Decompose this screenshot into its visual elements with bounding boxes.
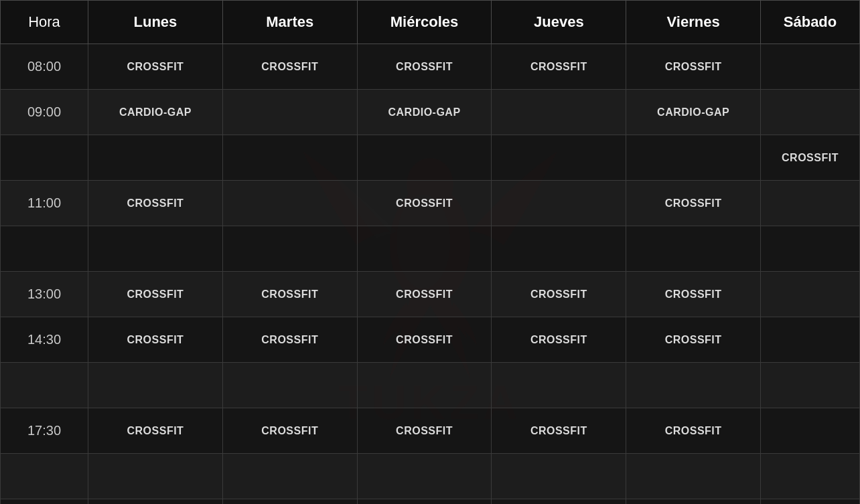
class-cell: CROSSFIT [626, 408, 761, 454]
table-row: CROSSFIT [1, 135, 860, 181]
class-cell: CROSSFIT [222, 272, 357, 317]
time-cell [1, 226, 88, 272]
class-cell: CROSSFIT [626, 272, 761, 317]
class-cell [761, 317, 860, 363]
class-cell [222, 135, 357, 181]
class-cell [357, 363, 492, 408]
class-cell [761, 44, 860, 90]
class-cell: CROSSFIT [357, 408, 492, 454]
class-cell [222, 226, 357, 272]
class-cell: CROSSFIT [492, 499, 626, 505]
header-row: Hora Lunes Martes Miércoles Jueves Viern… [1, 1, 860, 44]
class-cell [761, 363, 860, 408]
time-cell: 08:00 [1, 44, 88, 90]
time-cell: 09:00 [1, 90, 88, 135]
class-cell [357, 135, 492, 181]
schedule-container: TUKZA Hora Lunes Martes Miércoles Jueves… [0, 0, 860, 504]
class-cell [88, 226, 223, 272]
class-cell: CROSSFIT [357, 181, 492, 226]
class-cell [357, 454, 492, 499]
class-cell [88, 135, 223, 181]
time-cell: 20:00 [1, 499, 88, 505]
class-cell: CROSSFIT [357, 44, 492, 90]
class-cell [492, 181, 626, 226]
header-martes: Martes [222, 1, 357, 44]
class-cell: CROSSFIT [357, 272, 492, 317]
class-cell [222, 363, 357, 408]
class-cell [492, 90, 626, 135]
class-cell: CROSSFIT [88, 181, 223, 226]
header-hora: Hora [1, 1, 88, 44]
class-cell: CROSSFIT [492, 272, 626, 317]
class-cell: CROSSFIT [626, 181, 761, 226]
class-cell: CROSSFIT [357, 317, 492, 363]
table-row: 14:30CROSSFITCROSSFITCROSSFITCROSSFITCRO… [1, 317, 860, 363]
header-sabado: Sábado [761, 1, 860, 44]
class-cell [222, 454, 357, 499]
class-cell: CROSSFIT [222, 44, 357, 90]
class-cell [222, 181, 357, 226]
class-cell [761, 181, 860, 226]
class-cell: CARDIO-GAP [626, 90, 761, 135]
class-cell [222, 90, 357, 135]
class-cell [626, 363, 761, 408]
class-cell: CROSSFIT [492, 408, 626, 454]
time-cell [1, 135, 88, 181]
class-cell [492, 454, 626, 499]
table-row: 08:00CROSSFITCROSSFITCROSSFITCROSSFITCRO… [1, 44, 860, 90]
time-cell: 14:30 [1, 317, 88, 363]
table-row: 17:30CROSSFITCROSSFITCROSSFITCROSSFITCRO… [1, 408, 860, 454]
class-cell [88, 363, 223, 408]
class-cell [761, 499, 860, 505]
header-jueves: Jueves [492, 1, 626, 44]
class-cell [761, 454, 860, 499]
table-row [1, 363, 860, 408]
time-cell [1, 454, 88, 499]
class-cell [626, 226, 761, 272]
class-cell [761, 408, 860, 454]
class-cell [492, 363, 626, 408]
class-cell: CROSSFIT [492, 317, 626, 363]
class-cell: CROSSFIT [761, 135, 860, 181]
table-row: 20:00CROSSFITCROSSFITCROSSFITCROSSFITCRO… [1, 499, 860, 505]
header-lunes: Lunes [88, 1, 223, 44]
class-cell: CROSSFIT [88, 499, 223, 505]
time-cell: 13:00 [1, 272, 88, 317]
header-viernes: Viernes [626, 1, 761, 44]
class-cell: CROSSFIT [222, 408, 357, 454]
schedule-table: Hora Lunes Martes Miércoles Jueves Viern… [0, 0, 860, 504]
time-cell: 11:00 [1, 181, 88, 226]
header-miercoles: Miércoles [357, 1, 492, 44]
class-cell: CROSSFIT [88, 317, 223, 363]
table-row [1, 454, 860, 499]
class-cell: CROSSFIT [626, 317, 761, 363]
class-cell: CROSSFIT [88, 408, 223, 454]
class-cell: CROSSFIT [88, 44, 223, 90]
class-cell: CROSSFIT [492, 44, 626, 90]
class-cell [492, 135, 626, 181]
class-cell [626, 454, 761, 499]
class-cell: CROSSFIT [626, 44, 761, 90]
class-cell: CROSSFIT [222, 317, 357, 363]
class-cell: CARDIO-GAP [88, 90, 223, 135]
table-row: 11:00CROSSFITCROSSFITCROSSFIT [1, 181, 860, 226]
table-row: 13:00CROSSFITCROSSFITCROSSFITCROSSFITCRO… [1, 272, 860, 317]
class-cell [761, 226, 860, 272]
class-cell: CROSSFIT [626, 499, 761, 505]
class-cell: CROSSFIT [222, 499, 357, 505]
class-cell: CROSSFIT [357, 499, 492, 505]
time-cell: 17:30 [1, 408, 88, 454]
time-cell [1, 363, 88, 408]
class-cell [88, 454, 223, 499]
class-cell [761, 90, 860, 135]
class-cell [626, 135, 761, 181]
class-cell: CROSSFIT [88, 272, 223, 317]
table-row: 09:00CARDIO-GAPCARDIO-GAPCARDIO-GAP [1, 90, 860, 135]
class-cell [761, 272, 860, 317]
class-cell [357, 226, 492, 272]
table-row [1, 226, 860, 272]
class-cell: CARDIO-GAP [357, 90, 492, 135]
class-cell [492, 226, 626, 272]
